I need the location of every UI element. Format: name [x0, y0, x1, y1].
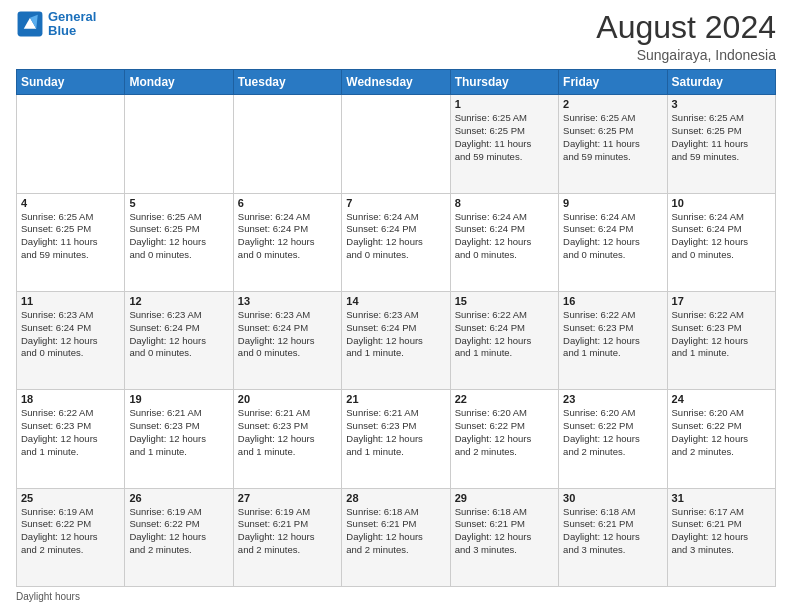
- day-number: 11: [21, 295, 120, 307]
- calendar-cell: 1Sunrise: 6:25 AM Sunset: 6:25 PM Daylig…: [450, 95, 558, 193]
- calendar-header-thursday: Thursday: [450, 70, 558, 95]
- day-number: 20: [238, 393, 337, 405]
- calendar-cell: 14Sunrise: 6:23 AM Sunset: 6:24 PM Dayli…: [342, 291, 450, 389]
- day-info: Sunrise: 6:23 AM Sunset: 6:24 PM Dayligh…: [129, 309, 228, 360]
- top-section: General Blue August 2024 Sungairaya, Ind…: [16, 10, 776, 63]
- day-number: 10: [672, 197, 771, 209]
- calendar-cell: 29Sunrise: 6:18 AM Sunset: 6:21 PM Dayli…: [450, 488, 558, 586]
- day-info: Sunrise: 6:21 AM Sunset: 6:23 PM Dayligh…: [346, 407, 445, 458]
- calendar-cell: 24Sunrise: 6:20 AM Sunset: 6:22 PM Dayli…: [667, 390, 775, 488]
- calendar-header-monday: Monday: [125, 70, 233, 95]
- day-number: 19: [129, 393, 228, 405]
- logo-text: General Blue: [48, 10, 96, 39]
- page: General Blue August 2024 Sungairaya, Ind…: [0, 0, 792, 612]
- day-info: Sunrise: 6:24 AM Sunset: 6:24 PM Dayligh…: [346, 211, 445, 262]
- calendar-week-3: 18Sunrise: 6:22 AM Sunset: 6:23 PM Dayli…: [17, 390, 776, 488]
- calendar-cell: [342, 95, 450, 193]
- day-number: 17: [672, 295, 771, 307]
- day-number: 14: [346, 295, 445, 307]
- calendar-cell: 4Sunrise: 6:25 AM Sunset: 6:25 PM Daylig…: [17, 193, 125, 291]
- calendar-cell: 26Sunrise: 6:19 AM Sunset: 6:22 PM Dayli…: [125, 488, 233, 586]
- calendar-cell: 27Sunrise: 6:19 AM Sunset: 6:21 PM Dayli…: [233, 488, 341, 586]
- day-info: Sunrise: 6:24 AM Sunset: 6:24 PM Dayligh…: [455, 211, 554, 262]
- logo-line1: General: [48, 9, 96, 24]
- day-info: Sunrise: 6:20 AM Sunset: 6:22 PM Dayligh…: [563, 407, 662, 458]
- day-info: Sunrise: 6:19 AM Sunset: 6:21 PM Dayligh…: [238, 506, 337, 557]
- day-info: Sunrise: 6:22 AM Sunset: 6:23 PM Dayligh…: [672, 309, 771, 360]
- calendar-week-0: 1Sunrise: 6:25 AM Sunset: 6:25 PM Daylig…: [17, 95, 776, 193]
- calendar-cell: [17, 95, 125, 193]
- calendar-cell: 7Sunrise: 6:24 AM Sunset: 6:24 PM Daylig…: [342, 193, 450, 291]
- day-number: 8: [455, 197, 554, 209]
- day-number: 3: [672, 98, 771, 110]
- day-info: Sunrise: 6:24 AM Sunset: 6:24 PM Dayligh…: [672, 211, 771, 262]
- day-number: 2: [563, 98, 662, 110]
- footer-note: Daylight hours: [16, 591, 776, 602]
- calendar-header-wednesday: Wednesday: [342, 70, 450, 95]
- calendar-week-2: 11Sunrise: 6:23 AM Sunset: 6:24 PM Dayli…: [17, 291, 776, 389]
- calendar-week-1: 4Sunrise: 6:25 AM Sunset: 6:25 PM Daylig…: [17, 193, 776, 291]
- day-number: 31: [672, 492, 771, 504]
- day-info: Sunrise: 6:18 AM Sunset: 6:21 PM Dayligh…: [455, 506, 554, 557]
- calendar-header-saturday: Saturday: [667, 70, 775, 95]
- calendar-cell: 2Sunrise: 6:25 AM Sunset: 6:25 PM Daylig…: [559, 95, 667, 193]
- day-info: Sunrise: 6:19 AM Sunset: 6:22 PM Dayligh…: [129, 506, 228, 557]
- calendar-cell: 13Sunrise: 6:23 AM Sunset: 6:24 PM Dayli…: [233, 291, 341, 389]
- day-number: 7: [346, 197, 445, 209]
- logo: General Blue: [16, 10, 96, 39]
- day-info: Sunrise: 6:20 AM Sunset: 6:22 PM Dayligh…: [672, 407, 771, 458]
- day-number: 22: [455, 393, 554, 405]
- day-number: 13: [238, 295, 337, 307]
- day-info: Sunrise: 6:21 AM Sunset: 6:23 PM Dayligh…: [238, 407, 337, 458]
- day-number: 18: [21, 393, 120, 405]
- calendar-cell: 20Sunrise: 6:21 AM Sunset: 6:23 PM Dayli…: [233, 390, 341, 488]
- calendar-cell: 6Sunrise: 6:24 AM Sunset: 6:24 PM Daylig…: [233, 193, 341, 291]
- day-number: 6: [238, 197, 337, 209]
- calendar-cell: 16Sunrise: 6:22 AM Sunset: 6:23 PM Dayli…: [559, 291, 667, 389]
- logo-line2: Blue: [48, 23, 76, 38]
- day-info: Sunrise: 6:22 AM Sunset: 6:24 PM Dayligh…: [455, 309, 554, 360]
- day-info: Sunrise: 6:18 AM Sunset: 6:21 PM Dayligh…: [346, 506, 445, 557]
- calendar-cell: 12Sunrise: 6:23 AM Sunset: 6:24 PM Dayli…: [125, 291, 233, 389]
- calendar-cell: 23Sunrise: 6:20 AM Sunset: 6:22 PM Dayli…: [559, 390, 667, 488]
- calendar-header-row: SundayMondayTuesdayWednesdayThursdayFrid…: [17, 70, 776, 95]
- calendar-cell: 11Sunrise: 6:23 AM Sunset: 6:24 PM Dayli…: [17, 291, 125, 389]
- day-info: Sunrise: 6:22 AM Sunset: 6:23 PM Dayligh…: [563, 309, 662, 360]
- day-number: 29: [455, 492, 554, 504]
- day-info: Sunrise: 6:21 AM Sunset: 6:23 PM Dayligh…: [129, 407, 228, 458]
- calendar-cell: [125, 95, 233, 193]
- day-info: Sunrise: 6:19 AM Sunset: 6:22 PM Dayligh…: [21, 506, 120, 557]
- day-number: 16: [563, 295, 662, 307]
- day-info: Sunrise: 6:25 AM Sunset: 6:25 PM Dayligh…: [21, 211, 120, 262]
- month-year: August 2024: [596, 10, 776, 45]
- calendar-week-4: 25Sunrise: 6:19 AM Sunset: 6:22 PM Dayli…: [17, 488, 776, 586]
- calendar-cell: 19Sunrise: 6:21 AM Sunset: 6:23 PM Dayli…: [125, 390, 233, 488]
- calendar-cell: 3Sunrise: 6:25 AM Sunset: 6:25 PM Daylig…: [667, 95, 775, 193]
- day-info: Sunrise: 6:25 AM Sunset: 6:25 PM Dayligh…: [129, 211, 228, 262]
- day-info: Sunrise: 6:20 AM Sunset: 6:22 PM Dayligh…: [455, 407, 554, 458]
- calendar-cell: 28Sunrise: 6:18 AM Sunset: 6:21 PM Dayli…: [342, 488, 450, 586]
- logo-icon: [16, 10, 44, 38]
- calendar-header-friday: Friday: [559, 70, 667, 95]
- calendar-cell: 21Sunrise: 6:21 AM Sunset: 6:23 PM Dayli…: [342, 390, 450, 488]
- calendar: SundayMondayTuesdayWednesdayThursdayFrid…: [16, 69, 776, 587]
- day-info: Sunrise: 6:25 AM Sunset: 6:25 PM Dayligh…: [563, 112, 662, 163]
- day-info: Sunrise: 6:23 AM Sunset: 6:24 PM Dayligh…: [346, 309, 445, 360]
- day-number: 28: [346, 492, 445, 504]
- day-number: 23: [563, 393, 662, 405]
- calendar-cell: 15Sunrise: 6:22 AM Sunset: 6:24 PM Dayli…: [450, 291, 558, 389]
- day-number: 26: [129, 492, 228, 504]
- calendar-cell: 5Sunrise: 6:25 AM Sunset: 6:25 PM Daylig…: [125, 193, 233, 291]
- day-info: Sunrise: 6:23 AM Sunset: 6:24 PM Dayligh…: [21, 309, 120, 360]
- day-number: 27: [238, 492, 337, 504]
- calendar-cell: 30Sunrise: 6:18 AM Sunset: 6:21 PM Dayli…: [559, 488, 667, 586]
- day-info: Sunrise: 6:17 AM Sunset: 6:21 PM Dayligh…: [672, 506, 771, 557]
- day-info: Sunrise: 6:24 AM Sunset: 6:24 PM Dayligh…: [563, 211, 662, 262]
- calendar-cell: 10Sunrise: 6:24 AM Sunset: 6:24 PM Dayli…: [667, 193, 775, 291]
- calendar-header-tuesday: Tuesday: [233, 70, 341, 95]
- day-number: 5: [129, 197, 228, 209]
- day-info: Sunrise: 6:23 AM Sunset: 6:24 PM Dayligh…: [238, 309, 337, 360]
- calendar-cell: 8Sunrise: 6:24 AM Sunset: 6:24 PM Daylig…: [450, 193, 558, 291]
- day-number: 25: [21, 492, 120, 504]
- calendar-cell: 17Sunrise: 6:22 AM Sunset: 6:23 PM Dayli…: [667, 291, 775, 389]
